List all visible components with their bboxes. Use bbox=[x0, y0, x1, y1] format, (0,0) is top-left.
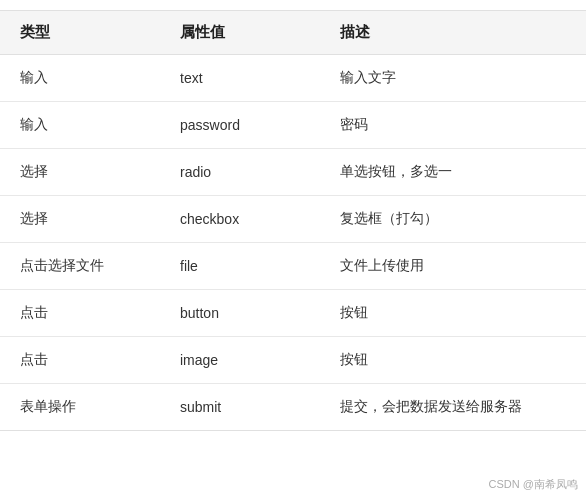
cell-desc: 单选按钮，多选一 bbox=[320, 149, 586, 196]
table-row: 点击image按钮 bbox=[0, 337, 586, 384]
table-row: 点击button按钮 bbox=[0, 290, 586, 337]
header-desc: 描述 bbox=[320, 11, 586, 55]
cell-type: 输入 bbox=[0, 102, 160, 149]
table-header-row: 类型 属性值 描述 bbox=[0, 11, 586, 55]
cell-desc: 输入文字 bbox=[320, 55, 586, 102]
cell-type: 选择 bbox=[0, 196, 160, 243]
cell-desc: 复选框（打勾） bbox=[320, 196, 586, 243]
table-row: 选择radio单选按钮，多选一 bbox=[0, 149, 586, 196]
cell-type: 点击选择文件 bbox=[0, 243, 160, 290]
cell-desc: 按钮 bbox=[320, 290, 586, 337]
table-container: 类型 属性值 描述 输入text输入文字输入password密码选择radio单… bbox=[0, 0, 586, 441]
data-table: 类型 属性值 描述 输入text输入文字输入password密码选择radio单… bbox=[0, 10, 586, 431]
cell-attr: file bbox=[160, 243, 320, 290]
header-type: 类型 bbox=[0, 11, 160, 55]
cell-attr: checkbox bbox=[160, 196, 320, 243]
cell-type: 表单操作 bbox=[0, 384, 160, 431]
cell-attr: button bbox=[160, 290, 320, 337]
table-row: 点击选择文件file文件上传使用 bbox=[0, 243, 586, 290]
cell-attr: image bbox=[160, 337, 320, 384]
table-row: 输入text输入文字 bbox=[0, 55, 586, 102]
cell-attr: text bbox=[160, 55, 320, 102]
cell-type: 点击 bbox=[0, 337, 160, 384]
cell-attr: submit bbox=[160, 384, 320, 431]
cell-attr: password bbox=[160, 102, 320, 149]
cell-type: 输入 bbox=[0, 55, 160, 102]
cell-type: 点击 bbox=[0, 290, 160, 337]
table-row: 表单操作submit提交，会把数据发送给服务器 bbox=[0, 384, 586, 431]
table-row: 输入password密码 bbox=[0, 102, 586, 149]
cell-desc: 提交，会把数据发送给服务器 bbox=[320, 384, 586, 431]
cell-desc: 按钮 bbox=[320, 337, 586, 384]
cell-attr: radio bbox=[160, 149, 320, 196]
cell-desc: 密码 bbox=[320, 102, 586, 149]
cell-desc: 文件上传使用 bbox=[320, 243, 586, 290]
watermark: CSDN @南希凤鸣 bbox=[489, 477, 578, 492]
cell-type: 选择 bbox=[0, 149, 160, 196]
header-attr: 属性值 bbox=[160, 11, 320, 55]
table-row: 选择checkbox复选框（打勾） bbox=[0, 196, 586, 243]
